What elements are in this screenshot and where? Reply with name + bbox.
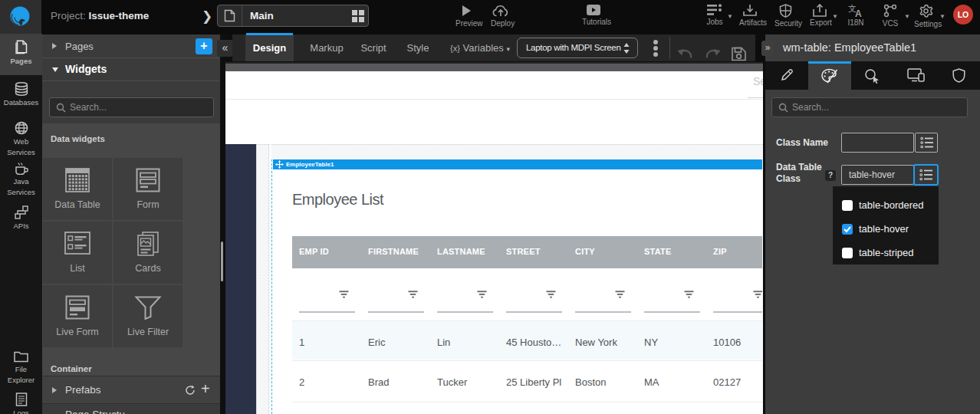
svg-text:A: A	[855, 8, 862, 17]
